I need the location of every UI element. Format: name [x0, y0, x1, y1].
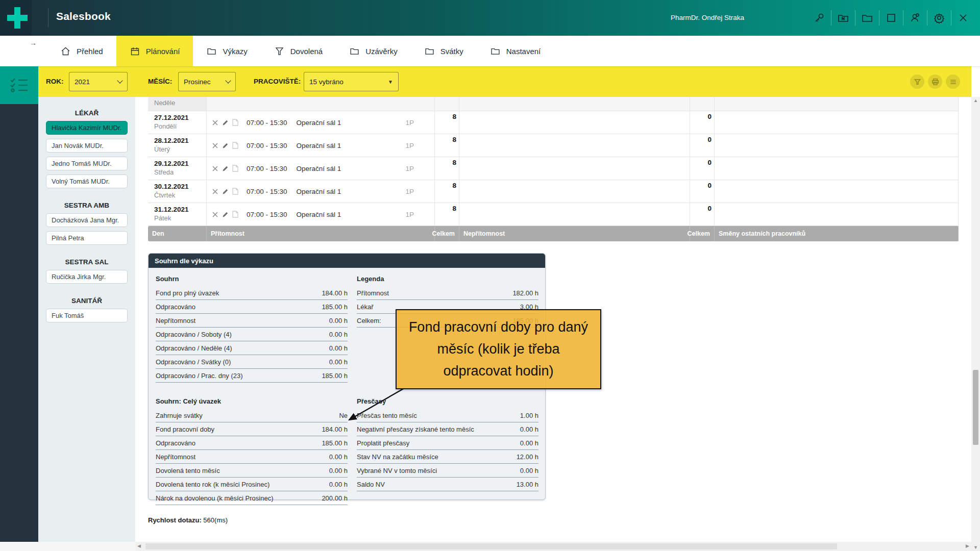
footer-col-pritomnost: Přítomnost — [207, 226, 435, 241]
shift-actions — [212, 165, 238, 172]
row-date: 26.12.2021 — [154, 97, 206, 98]
delete-shift-icon[interactable] — [212, 165, 218, 172]
sidebar-person[interactable]: Docházková Jana Mgr. — [46, 213, 128, 227]
horizontal-scroll-thumb[interactable] — [145, 543, 837, 549]
absence-cell — [459, 111, 690, 134]
date-cell: 28.12.2021 Úterý — [148, 134, 207, 157]
shift-tag: 1P — [405, 165, 414, 172]
summary-value: 0.00 h — [520, 439, 538, 447]
footer-col-smeny: Směny ostatních pracovníků — [715, 226, 959, 241]
annotation-tooltip: Fond pracovní doby pro daný měsíc (kolik… — [396, 309, 601, 389]
schedule-row: 27.12.2021 Pondělí 07:00 - 15:30 Operačn… — [148, 111, 959, 134]
tab-planovani[interactable]: Plánování — [116, 36, 193, 66]
scroll-left-icon[interactable]: ◀ — [137, 543, 141, 548]
note-shift-icon[interactable] — [232, 119, 238, 126]
summary-value: Ne — [339, 412, 348, 419]
sidebar-person[interactable]: Ručička Jirka Mgr. — [46, 270, 128, 284]
edit-shift-icon[interactable] — [222, 142, 229, 149]
vertical-scroll-thumb[interactable] — [973, 370, 978, 445]
summary-value: 0.00 h — [329, 344, 348, 352]
print-icon[interactable] — [928, 74, 942, 89]
sidebar-toggle-button[interactable] — [0, 66, 38, 104]
summary-row: Vybrané NV v tomto měsíci0.00 h — [357, 464, 538, 478]
person-name: Hlavička Kazimír MUDr. — [52, 124, 121, 132]
mesic-select[interactable]: Prosinec — [178, 72, 236, 91]
edit-shift-icon[interactable] — [222, 188, 229, 195]
shift-place: Operační sál 1 — [297, 165, 341, 172]
tab-svatky[interactable]: Svátky — [411, 36, 477, 66]
horizontal-scrollbar[interactable]: ◀ ▶ — [135, 542, 971, 551]
summary-row: Proplatit přesčasy0.00 h — [357, 436, 538, 450]
summary-label: Odpracováno / Svátky (0) — [156, 358, 231, 366]
delete-shift-icon[interactable] — [212, 142, 218, 149]
user-icon[interactable] — [903, 0, 927, 36]
summary-row: Fond pracovní doby184.00 h — [156, 422, 348, 436]
edit-shift-icon[interactable] — [222, 211, 229, 218]
tab-vykazy[interactable]: Výkazy — [193, 36, 260, 66]
group-sanitar: Fuk Tomáš — [38, 309, 135, 322]
schedule-table: 26.12.2021 Neděle 27.12.2021 Pondělí — [148, 97, 959, 241]
delete-shift-icon[interactable] — [212, 211, 218, 218]
filter-actions — [910, 74, 960, 89]
table-footer-header: Den Přítomnost Celkem Nepřítomnost Celke… — [148, 226, 959, 241]
row-day: Čtvrtek — [154, 191, 206, 199]
summary-label: Přesčas tento měsíc — [357, 412, 417, 419]
summary-value: 12.00 h — [517, 453, 538, 461]
main-navigation: → Přehled Plánování Výkazy Dovolená Uzáv… — [0, 36, 980, 66]
sidebar-person[interactable]: Jedno Tomáš MUDr. — [46, 157, 128, 170]
summary-row: Stav NV na začátku měsíce12.00 h — [357, 450, 538, 464]
edit-shift-icon[interactable] — [222, 165, 229, 172]
summary-label: Dovolená tento měsíc — [156, 467, 220, 474]
key-icon[interactable] — [807, 0, 831, 36]
edit-shift-icon[interactable] — [222, 119, 229, 126]
rok-select[interactable]: 2021 — [69, 72, 128, 91]
app-logo[interactable] — [0, 0, 32, 36]
summary-value: 0.00 h — [520, 425, 538, 433]
sidebar-person[interactable]: Jan Novák MUDr. — [46, 139, 128, 153]
date-cell: 30.12.2021 Čtvrtek — [148, 180, 207, 203]
scroll-up-icon[interactable]: ▲ — [973, 98, 978, 103]
sidebar-person[interactable]: Volný Tomáš MUDr. — [46, 174, 128, 188]
note-shift-icon[interactable] — [232, 211, 238, 218]
tab-uzaverky[interactable]: Uzávěrky — [336, 36, 411, 66]
folder-icon — [206, 46, 217, 57]
presence-total: 8 — [435, 203, 459, 226]
vertical-scrollbar[interactable]: ▲ ▼ — [971, 97, 980, 551]
filter-icon[interactable] — [910, 74, 924, 89]
summary-row: Fond pro plný úvazek184.00 h — [156, 286, 348, 300]
window-icon[interactable] — [879, 0, 903, 36]
folder-n-icon[interactable]: N — [831, 0, 855, 36]
delete-shift-icon[interactable] — [212, 119, 218, 126]
summary-label: Nepřítomnost — [156, 453, 195, 461]
scroll-right-icon[interactable]: ▶ — [966, 543, 969, 548]
sidebar-person[interactable]: Fuk Tomáš — [46, 309, 128, 322]
folder-icon[interactable] — [855, 0, 879, 36]
summary-value: 0.00 h — [329, 467, 348, 474]
sidebar-person[interactable]: Hlavička Kazimír MUDr. — [46, 121, 128, 135]
presence-total: 8 — [435, 134, 459, 157]
shift-actions — [212, 188, 238, 195]
close-icon[interactable] — [951, 0, 975, 36]
tab-nastaveni[interactable]: Nastavení — [477, 36, 554, 66]
left-rail — [0, 104, 38, 542]
other-shifts-cell — [715, 157, 959, 180]
collapse-arrow-icon[interactable]: → — [30, 39, 37, 47]
sidebar-person[interactable]: Pilná Petra — [46, 231, 128, 245]
date-cell: 26.12.2021 Neděle — [148, 97, 207, 111]
group-sestra-amb: Docházková Jana Mgr.Pilná Petra — [38, 213, 135, 245]
menu-icon[interactable] — [946, 74, 960, 89]
tab-dovolena[interactable]: Dovolená — [261, 36, 336, 66]
tab-prehled[interactable]: Přehled — [47, 36, 116, 66]
shift-actions — [212, 211, 238, 218]
delete-shift-icon[interactable] — [212, 188, 218, 195]
pracoviste-select[interactable]: 15 vybráno ▼ — [304, 72, 399, 91]
settings-icon[interactable] — [927, 0, 951, 36]
shift-place: Operační sál 1 — [297, 142, 341, 149]
note-shift-icon[interactable] — [232, 165, 238, 172]
note-shift-icon[interactable] — [232, 142, 238, 149]
scroll-down-icon[interactable]: ▼ — [973, 545, 978, 550]
row-day: Neděle — [154, 99, 206, 107]
current-user-name[interactable]: PharmDr. Ondřej Straka — [671, 14, 744, 21]
summary-value: 184.00 h — [322, 425, 348, 433]
note-shift-icon[interactable] — [232, 188, 238, 195]
